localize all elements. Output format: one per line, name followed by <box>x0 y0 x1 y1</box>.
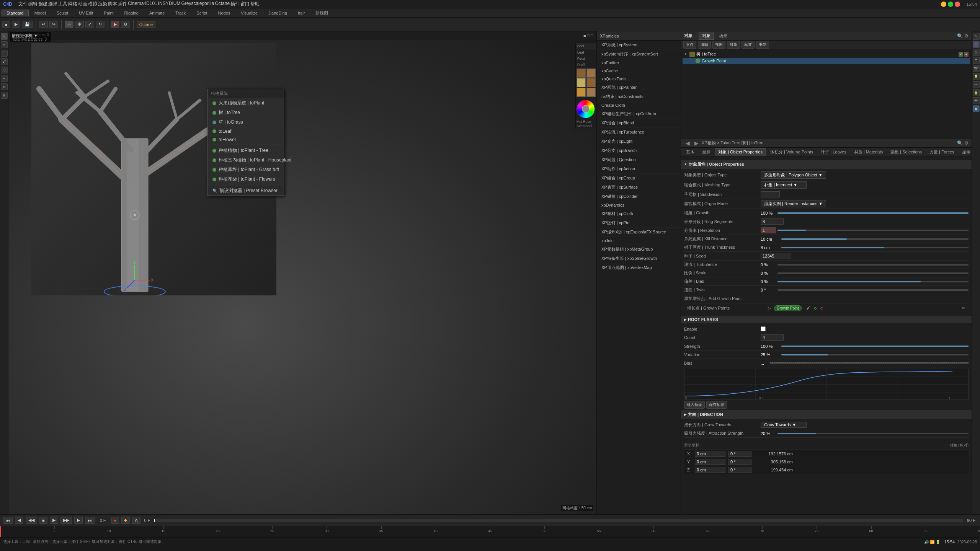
menu-item---[interactable]: 网格 <box>68 1 77 7</box>
go-start-btn[interactable]: ⏮ <box>3 517 13 524</box>
swatch-3[interactable] <box>577 78 586 87</box>
workspace-tab-track[interactable]: Track <box>170 10 191 16</box>
rf-strength-slider[interactable] <box>781 346 969 347</box>
menu-item---[interactable]: 模拟 <box>88 1 97 7</box>
tab-object-props[interactable]: 对象 | Object Properties <box>715 148 766 156</box>
record-btn[interactable]: ● <box>111 517 119 524</box>
menu-item-octane[interactable]: Octane <box>215 1 230 7</box>
gp-icon-circle1[interactable]: ○ <box>814 305 817 311</box>
save-curve-btn[interactable]: 保存预设 <box>706 401 727 409</box>
xp-item-xp-----xpgroup[interactable]: XP组合 | xpGroup <box>597 174 681 183</box>
timeline-playhead[interactable] <box>0 526 1 537</box>
flowers-item[interactable]: 种植花朵 | toPlant - Flowers <box>208 174 284 184</box>
xp-item-xpjoin[interactable]: xpJoin <box>597 237 681 245</box>
tree-item-totree[interactable]: ▼ 🌲 树 | toTree ✓ ● <box>683 51 970 58</box>
xp-item-create-cloth[interactable]: Create Cloth <box>597 101 681 109</box>
render-tag[interactable]: ● <box>964 52 969 57</box>
tab-selections[interactable]: 选集 | Selections <box>887 148 925 156</box>
timeline-slider[interactable] <box>154 519 963 522</box>
toleaf-item[interactable]: toLeaf <box>208 127 284 135</box>
xp-item-xpquicktools---[interactable]: xpQuickTools... <box>597 75 681 83</box>
om-tab-scene[interactable]: 场景 <box>715 32 731 40</box>
rit-eye-icon[interactable]: 👁 <box>973 97 980 104</box>
tab-display[interactable]: 显示 | Display <box>959 148 972 156</box>
trunk-thickness-slider[interactable] <box>781 247 969 248</box>
xp-item-xp-------xpsplinegrowth[interactable]: XP特条生长 | xpSplineGrowth <box>597 254 681 263</box>
xp-item-xp-----xppainter[interactable]: XP画笔 | xpPainter <box>597 83 681 92</box>
rit-deform-icon[interactable]: 〜 <box>973 81 980 88</box>
record-keyframe-btn[interactable]: ◆ <box>121 517 130 524</box>
viewport-camera-label[interactable]: 预视摄像机 ▼ <box>11 33 38 39</box>
om-search-icon[interactable]: 🔍 <box>957 33 963 39</box>
xp-item-xp-----xpsystem[interactable]: XP系统 | xpSystem <box>597 41 681 50</box>
om-view-btn[interactable]: 视图 <box>712 41 725 49</box>
xp-item-xpemitter[interactable]: xpEmitter <box>597 59 681 67</box>
workspace-tab-standard[interactable]: Standard <box>2 10 29 16</box>
menu-item-insydium[interactable]: INSYDIUM <box>158 1 181 7</box>
workspace-tab-sculpt[interactable]: Sculpt <box>52 10 74 16</box>
stop-btn[interactable]: ■ <box>39 517 47 524</box>
xp-item-xpdynamics[interactable]: xpDynamics <box>597 201 681 209</box>
menu-item---[interactable]: 动画 <box>78 1 87 7</box>
xp-item-xp-----xpbranch[interactable]: XP分支 | xpBranch <box>597 146 681 155</box>
xp-item-xp---------xpcellauto[interactable]: XP碰动生产组件 | xpCellAuto <box>597 109 681 119</box>
spline-tool-icon[interactable]: ⌒ <box>1 50 8 57</box>
workspace-tab-hair[interactable]: hair <box>293 10 310 16</box>
next-frame-btn[interactable]: ▶ <box>74 517 83 524</box>
curve-editor-container[interactable]: 0 0.5 1 <box>684 369 969 399</box>
play-forward-btn[interactable]: ▶▶ <box>60 517 72 524</box>
attr-search-icon[interactable]: 🔍 <box>957 140 963 146</box>
scale-slider[interactable] <box>777 272 969 274</box>
xp-item-xp-----xpcollider[interactable]: XP碰撞 | xpCollider <box>597 192 681 201</box>
gp-icon-left[interactable]: ▷ <box>767 305 771 311</box>
menu-item---[interactable]: 编辑 <box>28 1 38 7</box>
minimize-button[interactable] <box>941 2 946 7</box>
workspace-tab-visualize[interactable]: Visualize <box>236 10 263 16</box>
rit-group-icon[interactable]: ⬡ <box>973 49 980 56</box>
resolution-input[interactable] <box>761 227 776 233</box>
kill-dist-slider[interactable] <box>781 238 969 240</box>
cursor-tool-icon[interactable]: ↖ <box>1 33 8 40</box>
coord-x-rot[interactable] <box>728 451 751 457</box>
xp-item-xpcache[interactable]: xpCache <box>597 67 681 75</box>
brush-tool-icon[interactable]: 🖌 <box>1 58 8 65</box>
rit-text-icon[interactable]: T <box>973 57 980 64</box>
plant-tree-item[interactable]: 种植植物 | toPlant - Tree <box>208 146 284 155</box>
xp-item-xp-------xpvertexmap[interactable]: XP顶点地图 | xpVertexMap <box>597 263 681 272</box>
workspace-tab----[interactable]: 新视图 <box>310 9 333 17</box>
coord-y-pos[interactable] <box>695 459 725 465</box>
om-objects-btn[interactable]: 对象 <box>727 41 740 49</box>
magnet-tool-icon[interactable]: ⊛ <box>1 83 8 90</box>
preset-browser-item[interactable]: 🔍 预设浏览器 | Preset Browser <box>208 186 284 196</box>
swatch-1[interactable] <box>577 68 586 78</box>
octane-button[interactable]: Octane <box>137 21 155 28</box>
bias-slider[interactable] <box>777 281 969 282</box>
xp-item-xp-----xpturbulence[interactable]: XP湍流 | xpTurbulence <box>597 128 681 137</box>
menu-item---[interactable]: 创建 <box>38 1 47 7</box>
bark-tab[interactable]: Bark <box>576 43 596 49</box>
xp-item-xp-----xpcloth[interactable]: XP布料 | xpCloth <box>597 209 681 218</box>
select-tool[interactable]: ⊹ <box>65 21 74 28</box>
om-edit-btn[interactable]: 编辑 <box>698 41 711 49</box>
workspace-tab-model[interactable]: Model <box>29 10 51 16</box>
workspace-tab-rigging[interactable]: Rigging <box>119 10 144 16</box>
resolution-slider[interactable] <box>777 230 969 231</box>
race-tab-small[interactable]: Race <box>583 120 591 124</box>
menu-item---[interactable]: 工具 <box>58 1 67 7</box>
tab-basic[interactable]: 基本 <box>683 148 698 156</box>
close-button[interactable] <box>955 2 960 7</box>
growth-point-badge[interactable]: Growth Point <box>774 305 802 311</box>
menu-item---[interactable]: 渲染 <box>98 1 107 7</box>
rit-select-icon[interactable]: ↖ <box>973 33 980 40</box>
xp-item-xp-----xppin[interactable]: XP图钉 | xpPin <box>597 218 681 228</box>
coord-y-rot[interactable] <box>728 459 751 465</box>
mirror-tool-icon[interactable]: ⊞ <box>1 92 8 99</box>
om-tab-objects[interactable]: 对象 <box>699 32 714 40</box>
menu-item-greyscalegorilla[interactable]: Greyscalegorilla <box>181 1 214 7</box>
coord-z-rot[interactable] <box>728 467 751 473</box>
xp-item-xp-----xpaction[interactable]: XP动作 | xpAction <box>597 165 681 174</box>
xp-item-xpsystem-----xpsystemsort[interactable]: xpSystem排序 | xpSystemSort <box>597 50 681 59</box>
rit-lock-icon[interactable]: 🔒 <box>973 89 980 96</box>
xp-item-xp-----xpblend[interactable]: XP混合 | xpBlend <box>597 119 681 128</box>
save-button[interactable]: 💾 <box>22 21 33 28</box>
